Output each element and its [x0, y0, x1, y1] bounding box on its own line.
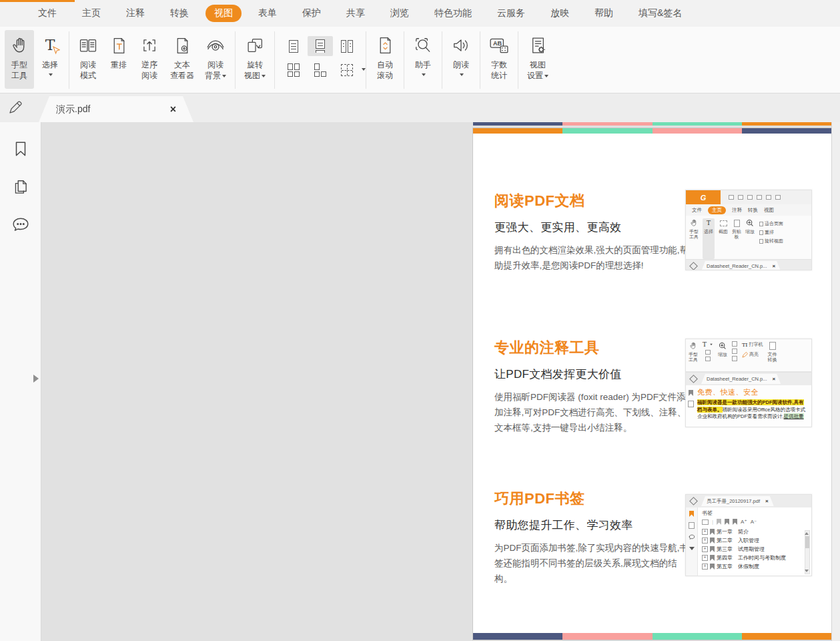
- bookmark-tree: +第一章 简介 +第二章 入职管理 +第三章 试用期管理 +第四章 工作时间与考…: [702, 527, 805, 571]
- section-title: 巧用PDF书签: [494, 489, 695, 509]
- hand-tool-button[interactable]: 手型 工具: [5, 30, 34, 89]
- read-background-caret: [222, 75, 226, 77]
- text-viewer-button[interactable]: 文本 查看器: [165, 30, 199, 89]
- read-aloud-label: 朗读: [453, 59, 469, 70]
- toolbar-divider: [274, 31, 275, 89]
- read-background-label: 阅读 背景: [205, 59, 226, 81]
- rotate-view-button[interactable]: 旋转 视图: [240, 30, 270, 89]
- book-icon: [79, 35, 97, 56]
- menu-item-file[interactable]: 文件: [29, 5, 65, 22]
- feature-screenshot-bookmarks: 员工手册_20120917.pdf× 书签 |: [685, 494, 812, 576]
- section-subtitle: 帮助您提升工作、学习效率: [494, 517, 695, 533]
- layout-facing-continuous-button[interactable]: [281, 60, 306, 80]
- layout-cover-page-button[interactable]: [308, 60, 333, 80]
- read-mode-button[interactable]: 阅读 模式: [73, 30, 103, 89]
- previous-page-footer-stripe: [473, 122, 831, 126]
- foxit-logo: G: [686, 190, 721, 204]
- menu-item-browse[interactable]: 浏览: [382, 5, 418, 22]
- section-subtitle: 让PDF文档发挥更大价值: [494, 367, 695, 382]
- pages-panel-button[interactable]: [12, 178, 29, 198]
- menu-item-form[interactable]: 表单: [250, 5, 286, 22]
- document-tab[interactable]: 演示.pdf ×: [39, 96, 193, 122]
- reflow-button[interactable]: 重排: [104, 30, 133, 89]
- menu-item-convert[interactable]: 转换: [161, 5, 197, 22]
- mini-tab-row: Datasheet_Reader_CN.p...×: [686, 372, 811, 385]
- read-background-button[interactable]: 阅读 背景: [200, 30, 231, 89]
- mini-sidebar: [686, 385, 696, 423]
- layout-single-page-button[interactable]: [281, 36, 306, 56]
- document-tab-title: 演示.pdf: [56, 103, 170, 116]
- auto-scroll-icon: [377, 35, 394, 56]
- menu-item-home[interactable]: 主页: [73, 5, 109, 22]
- menu-item-comment[interactable]: 注释: [117, 5, 153, 22]
- read-aloud-caret: [460, 73, 464, 76]
- main-area: 阅读PDF文档 更强大、更实用、更高效 拥有出色的文档渲染效果,强大的页面管理功…: [0, 122, 840, 641]
- select-text-icon: T: [45, 35, 55, 56]
- mini-bookmark-panel: 书签 | A⁺A⁻ +第一章 简介 +第二章 入职管理 +第三章 试用期管理 +…: [686, 507, 811, 576]
- reflow-icon: [111, 35, 127, 56]
- page-footer-stripe: [473, 633, 831, 640]
- top-accent-line: [0, 0, 75, 2]
- annotate-pencil-icon[interactable]: [7, 99, 23, 118]
- hand-icon: [11, 35, 29, 56]
- toolbar-divider: [69, 31, 69, 89]
- section-title: 专业的注释工具: [494, 338, 695, 358]
- view-settings-caret: [544, 75, 548, 77]
- select-tool-button[interactable]: T 选择: [35, 30, 65, 89]
- menu-item-features[interactable]: 特色功能: [426, 5, 480, 22]
- word-count-button[interactable]: AB 字数 统计: [484, 30, 514, 89]
- page-header-stripe: [473, 128, 831, 134]
- word-count-icon: AB: [489, 35, 509, 56]
- menu-item-share[interactable]: 共享: [338, 5, 374, 22]
- comments-panel-button[interactable]: [11, 216, 30, 236]
- layout-split-button[interactable]: [334, 60, 360, 80]
- document-canvas: 阅读PDF文档 更强大、更实用、更高效 拥有出色的文档渲染效果,强大的页面管理功…: [41, 122, 840, 641]
- mini-sidebar: [686, 507, 698, 576]
- read-mode-label: 阅读 模式: [80, 59, 96, 81]
- reverse-read-button[interactable]: 逆序 阅读: [135, 30, 164, 89]
- page-layout-group: [278, 30, 362, 86]
- assistant-button[interactable]: 助手: [408, 30, 438, 89]
- section-body: 拥有出色的文档渲染效果,强大的页面管理功能,帮助提升效率,是您阅读PDF的理想选…: [494, 242, 693, 273]
- tab-close-button[interactable]: ×: [170, 104, 176, 115]
- mini-doc-heading: 免费、快速、安全: [697, 387, 809, 397]
- layout-continuous-button[interactable]: [308, 36, 333, 56]
- view-settings-button[interactable]: 视图 设置: [522, 30, 553, 89]
- layout-split-caret: [362, 68, 366, 71]
- text-viewer-label: 文本 查看器: [170, 59, 194, 81]
- view-settings-icon: [530, 35, 546, 56]
- feature-screenshot-annotate: 手型 工具 T 缩放 TI打字机 高亮 文件 转换 Datasheet_Read…: [685, 339, 812, 427]
- section-body: 使用福昕PDF阅读器 (foxit reader) 为PDF文件添加注释,可对P…: [494, 389, 693, 435]
- select-dropdown-caret: [49, 73, 53, 76]
- menu-item-present[interactable]: 放映: [542, 5, 578, 22]
- bookmarks-panel-button[interactable]: [12, 140, 29, 160]
- vertical-scrollbar[interactable]: [831, 122, 840, 641]
- menu-item-fill-sign[interactable]: 填写&签名: [630, 5, 691, 22]
- bookmark-panel-toolbar: | A⁺A⁻: [702, 519, 805, 525]
- section-bookmarks: 巧用PDF书签 帮助您提升工作、学习效率 为PDF页面添加书签,除了实现内容的快…: [494, 489, 695, 586]
- menu-item-view[interactable]: 视图: [205, 5, 242, 22]
- view-settings-label: 视图 设置: [527, 59, 548, 81]
- mini-window-icons: [729, 195, 781, 200]
- toolbar-divider: [518, 31, 518, 89]
- read-aloud-button[interactable]: 朗读: [446, 30, 476, 89]
- menu-item-help[interactable]: 帮助: [586, 5, 622, 22]
- mini-scrollbar: [805, 530, 810, 574]
- feature-screenshot-read: G 文件 主页 注释 转换 视图 手型 工具 T选择: [685, 190, 812, 270]
- menu-item-protect[interactable]: 保护: [294, 5, 330, 22]
- mini-toolbar: 手型 工具 T选择 截图 剪贴 板 缩放 适合页面 重排 旋转视图: [686, 216, 811, 259]
- word-count-label: 字数 统计: [491, 59, 507, 81]
- auto-scroll-button[interactable]: 自动 滚动: [370, 30, 400, 89]
- section-annotation-tools: 专业的注释工具 让PDF文档发挥更大价值 使用福昕PDF阅读器 (foxit r…: [494, 338, 695, 435]
- layout-facing-button[interactable]: [334, 36, 360, 56]
- mini-document-body: 免费、快速、安全 福昕阅读器是一款功能强大的PDF阅读软件,具有 档与表单。福昕…: [686, 385, 811, 423]
- menu-item-cloud[interactable]: 云服务: [488, 5, 534, 22]
- reflow-label: 重排: [111, 59, 127, 70]
- toolbar-divider: [442, 31, 442, 89]
- rotate-view-icon: [246, 35, 264, 56]
- assistant-caret: [422, 73, 426, 76]
- bookmark-panel-title: 书签: [702, 509, 805, 517]
- document-tab-bar: 演示.pdf ×: [0, 93, 840, 122]
- text-viewer-icon: [174, 35, 191, 56]
- toolbar: 手型 工具 T 选择 阅读 模式 重排: [0, 27, 840, 93]
